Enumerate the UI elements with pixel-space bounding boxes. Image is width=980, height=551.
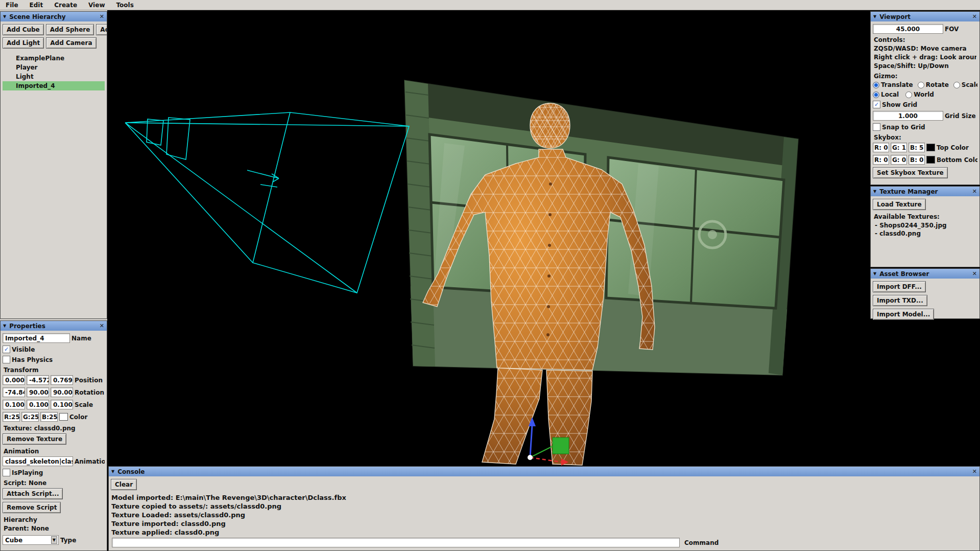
skybox-top-swatch bbox=[926, 144, 935, 151]
grid-size-input[interactable]: 1.000 bbox=[873, 111, 943, 121]
hierarchy-item-light[interactable]: Light bbox=[3, 72, 105, 81]
import-txd-button[interactable]: Import TXD... bbox=[873, 295, 927, 306]
viewport-3d[interactable] bbox=[107, 10, 980, 466]
hierarchy-section-label: Hierarchy bbox=[4, 516, 104, 523]
close-icon[interactable]: ✕ bbox=[972, 468, 977, 475]
menu-edit[interactable]: Edit bbox=[24, 1, 49, 10]
collapse-icon[interactable]: ▼ bbox=[873, 271, 876, 276]
texture-list-item[interactable]: - classd0.png bbox=[875, 230, 975, 237]
scale-y-input[interactable]: 0.100 bbox=[27, 400, 49, 409]
visible-checkbox[interactable]: ✓ bbox=[3, 346, 10, 353]
menu-create[interactable]: Create bbox=[49, 1, 83, 10]
scale-label: Scale bbox=[962, 81, 977, 88]
color-r-input[interactable]: R:255 bbox=[3, 412, 20, 422]
snap-to-grid-checkbox[interactable] bbox=[873, 123, 880, 131]
fov-input[interactable]: 45.000 bbox=[873, 24, 943, 34]
scene-canvas[interactable] bbox=[107, 10, 980, 466]
animation-dropdown[interactable]: classd_skeleton|class ▼ bbox=[3, 456, 73, 466]
animation-section-label: Animation bbox=[4, 448, 104, 455]
skybox-top-r-input[interactable]: R: 0 bbox=[873, 143, 889, 152]
rotation-z-input[interactable]: 90.000 bbox=[51, 387, 73, 397]
console-panel: ▼ Console ✕ Clear Model imported: E:\mai… bbox=[108, 466, 980, 551]
local-radio[interactable] bbox=[873, 91, 879, 98]
position-x-input[interactable]: 0.000 bbox=[3, 375, 25, 385]
scale-z-input[interactable]: 0.100 bbox=[51, 400, 73, 409]
hierarchy-item-exampleplane[interactable]: ExamplePlane bbox=[3, 54, 105, 63]
close-icon[interactable]: ✕ bbox=[100, 323, 104, 329]
skybox-top-b-input[interactable]: B: 5 bbox=[909, 143, 925, 152]
set-skybox-texture-button[interactable]: Set Skybox Texture bbox=[873, 167, 948, 178]
scale-label: Scale bbox=[75, 401, 93, 408]
controls-heading: Controls: bbox=[874, 36, 976, 43]
menu-tools[interactable]: Tools bbox=[110, 1, 139, 10]
collapse-icon[interactable]: ▼ bbox=[873, 189, 876, 194]
load-texture-button[interactable]: Load Texture bbox=[873, 199, 926, 210]
dropdown-arrow-icon[interactable]: ▼ bbox=[51, 536, 57, 544]
translate-radio[interactable] bbox=[873, 82, 879, 88]
position-y-input[interactable]: -4.572 bbox=[27, 375, 49, 385]
color-g-input[interactable]: G:255 bbox=[21, 412, 39, 422]
remove-script-button[interactable]: Remove Script bbox=[3, 502, 61, 513]
rotate-radio[interactable] bbox=[918, 82, 924, 88]
skybox-top-g-input[interactable]: G: 1 bbox=[891, 143, 907, 152]
menu-view[interactable]: View bbox=[83, 1, 110, 10]
show-grid-checkbox[interactable]: ✓ bbox=[873, 101, 880, 108]
add-camera-button[interactable]: Add Camera bbox=[46, 37, 96, 49]
world-label: World bbox=[914, 91, 934, 98]
attach-script-button[interactable]: Attach Script... bbox=[3, 488, 63, 499]
skybox-bottom-r-input[interactable]: R: 0 bbox=[873, 155, 889, 165]
rotation-x-input[interactable]: -74.840 bbox=[3, 387, 25, 397]
import-model-button[interactable]: Import Model... bbox=[873, 309, 934, 320]
texture-list-item[interactable]: - Shops0244_350.jpg bbox=[875, 222, 975, 229]
has-physics-checkbox[interactable] bbox=[3, 356, 10, 363]
scene-hierarchy-titlebar[interactable]: ▼ Scene Hierarchy ✕ bbox=[1, 12, 107, 21]
texture-label: Texture: classd0.png bbox=[4, 425, 104, 432]
scale-x-input[interactable]: 0.100 bbox=[3, 400, 25, 409]
parent-label: Parent: None bbox=[4, 525, 104, 532]
position-z-input[interactable]: 0.769 bbox=[51, 375, 73, 385]
console-clear-button[interactable]: Clear bbox=[111, 479, 137, 490]
collapse-icon[interactable]: ▼ bbox=[3, 324, 6, 328]
console-log-line: Texture applied: classd0.png bbox=[111, 528, 977, 537]
isplaying-checkbox[interactable] bbox=[3, 469, 10, 476]
hierarchy-item-player[interactable]: Player bbox=[3, 63, 105, 72]
scale-radio[interactable] bbox=[953, 82, 960, 88]
add-light-button[interactable]: Add Light bbox=[3, 37, 44, 49]
remove-texture-button[interactable]: Remove Texture bbox=[3, 433, 66, 445]
has-physics-label: Has Physics bbox=[12, 356, 53, 363]
asset-browser-titlebar[interactable]: ▼ Asset Browser ✕ bbox=[871, 269, 979, 279]
add-cube-button[interactable]: Add Cube bbox=[3, 24, 44, 35]
skybox-bottom-g-input[interactable]: G: 0 bbox=[891, 155, 907, 165]
controls-line: Space/Shift: Up/Down bbox=[874, 62, 976, 70]
skybox-bottom-b-input[interactable]: B: 0 bbox=[909, 155, 925, 165]
gizmo-heading: Gizmo: bbox=[874, 73, 976, 80]
texture-manager-panel: ▼ Texture Manager ✕ Load Texture Availab… bbox=[870, 186, 980, 267]
menu-bar: File Edit Create View Tools bbox=[0, 0, 980, 10]
collapse-icon[interactable]: ▼ bbox=[111, 469, 114, 474]
name-input[interactable]: Imported_4 bbox=[3, 333, 70, 343]
rotation-y-input[interactable]: 90.000 bbox=[27, 387, 49, 397]
color-b-input[interactable]: B:255 bbox=[40, 412, 58, 422]
import-dff-button[interactable]: Import DFF... bbox=[873, 281, 926, 292]
add-sphere-button[interactable]: Add Sphere bbox=[46, 24, 94, 35]
menu-file[interactable]: File bbox=[0, 1, 24, 10]
add-plane-button[interactable]: Add Plane bbox=[96, 24, 107, 35]
close-icon[interactable]: ✕ bbox=[972, 270, 977, 277]
properties-title: Properties bbox=[9, 323, 97, 330]
type-dropdown-value: Cube bbox=[5, 537, 22, 544]
type-dropdown[interactable]: Cube ▼ bbox=[3, 535, 59, 545]
collapse-icon[interactable]: ▼ bbox=[873, 14, 876, 19]
close-icon[interactable]: ✕ bbox=[100, 13, 104, 20]
console-titlebar[interactable]: ▼ Console ✕ bbox=[109, 467, 979, 476]
hierarchy-item-imported-4[interactable]: Imported_4 bbox=[3, 81, 105, 90]
properties-titlebar[interactable]: ▼ Properties ✕ bbox=[1, 321, 107, 331]
command-input[interactable] bbox=[112, 538, 680, 547]
texture-manager-titlebar[interactable]: ▼ Texture Manager ✕ bbox=[871, 187, 979, 196]
world-radio[interactable] bbox=[905, 91, 912, 98]
collapse-icon[interactable]: ▼ bbox=[3, 14, 6, 19]
close-icon[interactable]: ✕ bbox=[972, 188, 977, 195]
skybox-bottom-label: Bottom Color bbox=[937, 156, 977, 164]
viewport-titlebar[interactable]: ▼ Viewport ✕ bbox=[871, 12, 979, 21]
close-icon[interactable]: ✕ bbox=[972, 13, 977, 20]
show-grid-label: Show Grid bbox=[882, 101, 917, 108]
